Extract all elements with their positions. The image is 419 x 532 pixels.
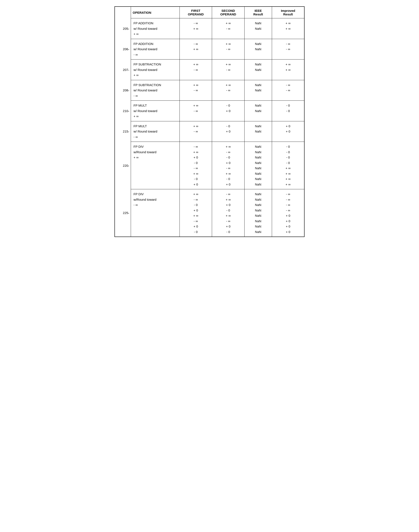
row-number-220: 220⌐ (115, 142, 131, 189)
first-operand-cell-210: + ∞- ∞ (180, 101, 212, 121)
second-operand-cell-210: - 0+ 0 (212, 101, 245, 121)
ieee-result-cell-210: NaNNaN (244, 101, 272, 121)
first-operand-cell-205: - ∞+ ∞ (180, 18, 212, 39)
improved-result-cell-207: + ∞+ ∞ (272, 60, 304, 80)
second-operand-cell-205: + ∞- ∞ (212, 18, 245, 39)
main-table: OPERATION FIRSTOPERAND SECONDOPERAND IEE… (115, 6, 304, 237)
operation-cell-207: FP SUBTRACTIONw/ Round toward+ ∞ (131, 60, 180, 80)
second-operand-cell-225: - ∞+ ∞+ 0- 0+ ∞- ∞+ 0- 0 (212, 189, 245, 237)
header-ieee: IEEEResult (244, 7, 272, 18)
operation-cell-205: FP ADDITIONw/ Round toward+ ∞ (131, 18, 180, 39)
ieee-result-cell-207: NaNNaN (244, 60, 272, 80)
second-operand-cell-207: + ∞- ∞ (212, 60, 245, 80)
operation-cell-215: FP MULTw/ Round toward- ∞ (131, 121, 180, 142)
ieee-result-cell-220: NaNNaNNaNNaNNaNNaNNaNNaN (244, 142, 272, 189)
page-wrapper: OPERATION FIRSTOPERAND SECONDOPERAND IEE… (115, 6, 304, 237)
improved-result-cell-205: + ∞+ ∞ (272, 18, 304, 39)
first-operand-cell-215: + ∞- ∞ (180, 121, 212, 142)
header-improved: ImprovedResult (272, 7, 304, 18)
first-operand-cell-207: + ∞- ∞ (180, 60, 212, 80)
ieee-result-cell-225: NaNNaNNaNNaNNaNNaNNaNNaN (244, 189, 272, 237)
row-number-208: 208⌐ (115, 80, 131, 101)
improved-result-cell-210: - 0- 0 (272, 101, 304, 121)
first-operand-cell-220: - ∞+ ∞+ 0- 0- ∞+ ∞- 0+ 0 (180, 142, 212, 189)
operation-cell-206: FP ADDITIONw/ Round toward- ∞ (131, 39, 180, 60)
header-operation (115, 7, 131, 18)
header-operation-label: OPERATION (131, 7, 180, 18)
row-number-207: 207⌐ (115, 60, 131, 80)
improved-result-cell-208: - ∞- ∞ (272, 80, 304, 101)
first-operand-cell-206: - ∞+ ∞ (180, 39, 212, 60)
second-operand-cell-208: + ∞- ∞ (212, 80, 245, 101)
row-number-206: 206⌐ (115, 39, 131, 60)
row-number-215: 215⌐ (115, 121, 131, 142)
improved-result-cell-206: - ∞- ∞ (272, 39, 304, 60)
header-first-operand: FIRSTOPERAND (180, 7, 212, 18)
operation-cell-208: FP SUBTRACTIONw/ Round toward- ∞ (131, 80, 180, 101)
second-operand-cell-220: + ∞- ∞- 0+ 0- ∞+ ∞- 0+ 0 (212, 142, 245, 189)
improved-result-cell-225: - ∞- ∞- ∞- ∞+ 0+ 0+ 0+ 0 (272, 189, 304, 237)
row-number-210: 210⌐ (115, 101, 131, 121)
operation-cell-225: FP DIVw/Round toward- ∞ (131, 189, 180, 237)
first-operand-cell-225: + ∞- ∞- 0+ 0+ ∞- ∞+ 0- 0 (180, 189, 212, 237)
first-operand-cell-208: + ∞- ∞ (180, 80, 212, 101)
second-operand-cell-206: + ∞- ∞ (212, 39, 245, 60)
row-number-205: 205⌐ (115, 18, 131, 39)
header-second-operand: SECONDOPERAND (212, 7, 245, 18)
operation-cell-220: FP DIVw/Round toward+ ∞ (131, 142, 180, 189)
ieee-result-cell-208: NaNNaN (244, 80, 272, 101)
ieee-result-cell-205: NaNNaN (244, 18, 272, 39)
operation-cell-210: FP MULTw/ Round toward+ ∞ (131, 101, 180, 121)
ieee-result-cell-206: NaNNaN (244, 39, 272, 60)
row-number-225: 225⌐ (115, 189, 131, 237)
improved-result-cell-215: + 0+ 0 (272, 121, 304, 142)
ieee-result-cell-215: NaNNaN (244, 121, 272, 142)
improved-result-cell-220: - 0- 0- 0- 0+ ∞+ ∞+ ∞+ ∞ (272, 142, 304, 189)
second-operand-cell-215: - 0+ 0 (212, 121, 245, 142)
